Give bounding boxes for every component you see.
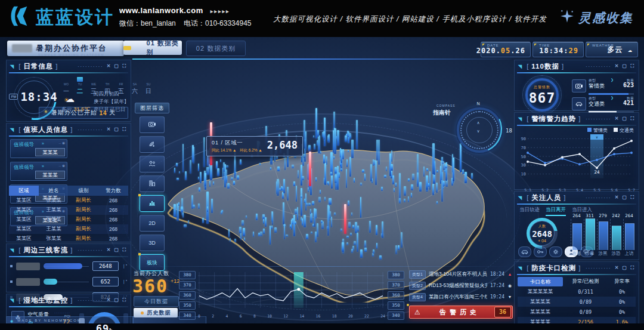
duty-leader-card[interactable]: 值班领导»·· ⊗某某某 <box>10 162 67 181</box>
type-value: 交通类 <box>589 100 605 108</box>
data-bar <box>352 225 355 229</box>
checkpoint-row[interactable]: 某某某某0/890% <box>518 297 636 307</box>
duty-table-row[interactable]: 某某区王某某副局长268 <box>9 224 128 234</box>
layer-button-2D[interactable]: 2D <box>140 215 165 232</box>
qty-value: 623 <box>623 82 634 88</box>
panel-title: 值班人员信息 <box>23 125 68 134</box>
header-tab-1[interactable]: 01 数据类别 <box>123 41 182 55</box>
duty-table-row[interactable]: 某某区张某某副局长268 <box>9 196 128 205</box>
data-bar <box>384 175 386 178</box>
col-ratio[interactable]: 异常/已检测 <box>563 278 608 285</box>
card-control-icons[interactable]: ·· ⊗ <box>58 164 65 168</box>
window-control-icons[interactable]: ✕ ▢ ⛶ <box>107 247 127 253</box>
chevron-right-icon: » <box>42 164 44 168</box>
layer-button-camera[interactable] <box>140 116 165 133</box>
tick-icon: ❘❜ <box>122 279 127 284</box>
duty-table-row[interactable]: 某某区张某某副局长268 <box>9 215 128 224</box>
data-bar <box>227 183 230 189</box>
today-data-button[interactable]: 今日数据 <box>134 296 179 307</box>
checkpoint-row[interactable]: 某某某某某0/3110% <box>518 286 636 297</box>
page-title: 暑期办公协作平台 <box>36 43 107 54</box>
duty-col-header[interactable]: 警力数 <box>98 186 128 196</box>
checkpoint-row[interactable]: 某某某某0/890% <box>518 307 636 317</box>
data-bar <box>392 175 394 184</box>
time-plaque: TIME 18:34:29 <box>532 42 584 57</box>
brand-block[interactable]: 蓝蓝设计 <box>8 5 114 30</box>
window-control-icons[interactable]: ✕ ▢ ⛶ <box>107 63 127 69</box>
header-tab-2[interactable]: 02 数据类别 <box>186 41 246 56</box>
col-rate[interactable]: 异常率 <box>608 278 636 285</box>
data-bar <box>379 255 382 260</box>
layer-button-chart[interactable] <box>140 195 165 212</box>
alert-row[interactable]: 类型4某路口有小汽车连闯三个红灯19:24▼ <box>409 292 512 301</box>
data-bar <box>401 232 402 248</box>
layer-button-3D[interactable]: 3D <box>140 235 165 251</box>
alert-message: RD13-53烟感报警疑似火灾 <box>429 282 487 289</box>
data-bar <box>265 217 267 227</box>
window-control-icons[interactable]: ✕ ▢ ⛶ <box>615 195 635 201</box>
data-bar <box>283 202 284 224</box>
data-bar <box>360 197 361 218</box>
panel-110-data: ◥[110数据]··········✕ ▢ ⛶ 总警情数867 类型❯警情类数量… <box>514 60 639 111</box>
layer-button-building[interactable] <box>140 175 165 192</box>
alert-type-badge: 类型4 <box>409 293 426 301</box>
window-control-icons[interactable]: ✕ ▢ ⛶ <box>107 127 127 132</box>
data-bar <box>351 212 352 216</box>
alarm-history-banner[interactable]: ⚠ 告警历史 36 <box>409 306 513 319</box>
website-url[interactable]: www.lanlanwork.com <box>119 6 203 15</box>
data-bar <box>295 221 297 224</box>
yaxis-box: 340 <box>388 312 404 320</box>
data-bar <box>324 163 327 184</box>
window-control-icons[interactable]: ✕ ▢ ⛶ <box>107 297 127 303</box>
card-control-icons[interactable]: ·· ⊗ <box>58 141 65 145</box>
compass-widget[interactable]: COMPASS 指南针 N ∧ ∨ <box>453 103 503 153</box>
alert-time: 19:24 <box>490 294 504 300</box>
layer-button-板块[interactable]: 板块 <box>140 254 165 271</box>
data-bar <box>318 197 321 202</box>
alert-row[interactable]: 类型2RD13-53烟感报警疑似火灾17:24◉ <box>409 281 512 290</box>
focus-bar-涉恐: 242涉恐 <box>610 219 622 250</box>
col-name[interactable]: 卡口名称 <box>518 277 563 286</box>
data-bar <box>178 202 180 206</box>
duty-col-header[interactable]: 级别 <box>69 186 98 196</box>
collect-block[interactable]: 灵感收集 <box>559 8 633 27</box>
pin-placeholder <box>89 77 98 82</box>
duty-table-row[interactable]: 某某区张某某副局长268 <box>9 234 128 243</box>
window-control-icons[interactable]: ✕ ▢ ⛶ <box>615 63 635 69</box>
duty-col-header[interactable]: 姓名 <box>39 186 69 196</box>
xaxis-tick: 24 <box>380 314 385 319</box>
data-bar <box>301 165 302 186</box>
window-control-icons[interactable]: ✕ ▢ ⛶ <box>615 265 635 271</box>
panel-mark: ◥ <box>10 127 14 132</box>
weekday-cn: 二 <box>75 87 85 95</box>
window-control-icons[interactable]: ✕ ▢ ⛶ <box>615 116 635 122</box>
data-bar <box>376 140 379 161</box>
duty-leader-card[interactable]: 值班领导»·· ⊗某某某 <box>10 139 67 158</box>
alert-row[interactable]: 类型1湿地3-104片区有不明人员闯入18:24▲ <box>409 270 512 279</box>
focus-tab-1[interactable]: 当日轨迹 <box>519 206 540 216</box>
date-value: 2020.05.26 <box>476 47 525 55</box>
website-line[interactable]: www.lanlanwork.com ▸▸▸▸▸ <box>119 6 252 15</box>
bar-axis <box>623 219 624 250</box>
data-bar <box>357 233 358 252</box>
data-bar <box>348 201 350 206</box>
history-data-button[interactable]: 历史数据 <box>134 308 178 317</box>
data-bar <box>350 233 352 236</box>
data-bar <box>190 160 191 174</box>
duty-table-row[interactable]: 某某区王某某副局长268 <box>9 205 128 215</box>
panel-mark: ◥ <box>10 248 14 253</box>
corner-dot <box>482 44 485 46</box>
duty-col-header[interactable]: 区域 <box>9 186 39 196</box>
panel-title: 关注人员 <box>531 193 561 202</box>
layer-button-signal[interactable] <box>140 136 165 153</box>
flow-label-redacted <box>16 278 40 286</box>
focus-tab-2[interactable]: 当日离开 <box>546 206 566 216</box>
layer-filter-panel: 图层筛选 2D3D板块 <box>135 103 169 271</box>
data-bar <box>217 168 219 176</box>
tick-icon: ❘❜ <box>122 264 127 269</box>
layer-button-people[interactable] <box>140 156 165 172</box>
office-line-chart[interactable] <box>197 270 385 316</box>
compass-cn-label: 指南针 <box>433 109 451 117</box>
data-bar <box>199 187 200 192</box>
weekday-二: TU二 <box>75 77 85 95</box>
